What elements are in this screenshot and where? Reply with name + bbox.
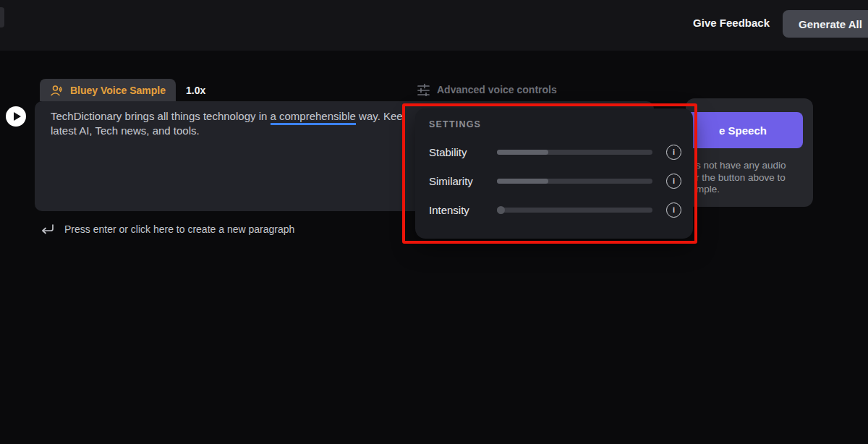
give-feedback-button[interactable]: Give Feedback (693, 17, 770, 29)
playback-speed[interactable]: 1.0x (186, 85, 205, 96)
settings-popup: SETTINGS Stability Similarity Intensity (415, 108, 693, 239)
voice-sample-tab[interactable]: Bluey Voice Sample (40, 79, 176, 101)
return-icon (40, 223, 55, 236)
intensity-slider[interactable] (497, 208, 652, 213)
logo-sliver (0, 7, 4, 27)
generate-speech-button[interactable]: e Speech (683, 112, 803, 148)
new-paragraph-label: Press enter or click here to create a ne… (64, 223, 294, 235)
info-icon[interactable] (666, 145, 681, 160)
sliders-icon (417, 82, 430, 96)
intensity-row: Intensity (415, 195, 693, 224)
intensity-label: Intensity (429, 204, 497, 216)
voice-over-icon (50, 83, 64, 98)
stability-slider[interactable] (497, 150, 652, 155)
audio-hint-text: s not have any audio r the button above … (696, 160, 786, 196)
play-button[interactable] (6, 106, 26, 127)
info-icon[interactable] (666, 202, 681, 218)
underlined-phrase: a comprehensible (271, 110, 356, 125)
audio-panel: e Speech s not have any audio r the butt… (686, 98, 813, 207)
top-bar: Give Feedback Generate All (0, 0, 868, 51)
generate-all-button[interactable]: Generate All (783, 10, 868, 38)
stability-label: Stability (429, 146, 497, 158)
settings-title: SETTINGS (429, 119, 693, 129)
info-icon[interactable] (666, 174, 681, 189)
stability-row: Stability (415, 137, 693, 166)
play-icon (14, 112, 21, 121)
advanced-voice-controls-button[interactable]: Advanced voice controls (417, 82, 557, 96)
similarity-row: Similarity (415, 166, 693, 195)
new-paragraph-button[interactable]: Press enter or click here to create a ne… (40, 223, 294, 236)
advanced-voice-controls-label: Advanced voice controls (437, 84, 557, 95)
similarity-label: Similarity (429, 175, 497, 187)
tab-label: Bluey Voice Sample (70, 85, 166, 96)
similarity-slider[interactable] (497, 179, 652, 184)
